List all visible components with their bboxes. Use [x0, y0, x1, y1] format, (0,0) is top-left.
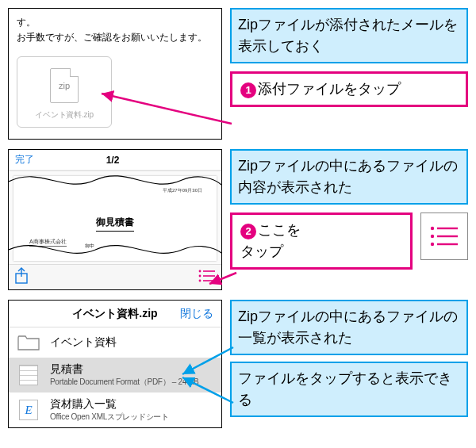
- callout-contents-displayed: Zipファイルの中にあるファイルの内容が表示された: [230, 149, 468, 205]
- done-button[interactable]: 完了: [15, 153, 34, 167]
- step-badge-2: 2: [240, 224, 256, 239]
- screenshot-preview: 完了 1/2 平成27年09月30日 御見積書 A商事株式会社 御中: [8, 149, 222, 290]
- row-sub: Office Open XMLスプレッドシート: [50, 412, 169, 423]
- svg-point-3: [199, 270, 202, 273]
- attachment-tile[interactable]: zip イベント資料.zip: [17, 56, 112, 128]
- document-icon: [19, 365, 38, 385]
- callout-tap-to-display: ファイルをタップすると表示できる: [230, 362, 468, 417]
- spreadsheet-icon: E: [19, 400, 38, 420]
- row-name: イベント資料: [50, 335, 117, 350]
- list-item[interactable]: E 資材購入一覧 Office Open XMLスプレッドシート: [9, 392, 221, 427]
- close-button[interactable]: 閉じる: [180, 307, 213, 321]
- svg-point-11: [431, 235, 434, 238]
- folder-icon: [17, 335, 40, 350]
- doc-honorific: 御中: [85, 243, 94, 250]
- row-name: 見積書: [50, 362, 198, 377]
- svg-point-13: [431, 243, 434, 246]
- list-icon-enlarged: [420, 213, 468, 260]
- callout-tap-attachment: 1添付ファイルをタップ: [230, 71, 468, 107]
- share-icon[interactable]: [13, 267, 29, 287]
- callout-tap-here: 2ここを タップ: [230, 213, 413, 270]
- callout-tap-attachment-text: 添付ファイルをタップ: [258, 81, 401, 97]
- svg-point-5: [199, 275, 202, 278]
- screenshot-file-list: イベント資料.zip 閉じる イベント資料 見積書 Portable Docum…: [8, 300, 222, 428]
- svg-point-9: [431, 227, 434, 230]
- step-badge-1: 1: [240, 82, 256, 98]
- doc-date: 平成27年09月30日: [163, 187, 202, 194]
- row-sub: Portable Document Format（PDF） – 24 KB: [50, 377, 198, 388]
- row-name: 資材購入一覧: [50, 397, 169, 412]
- document-page: 平成27年09月30日 御見積書 A商事株式会社 御中: [13, 176, 217, 261]
- callout-tap-here-l2: タップ: [240, 243, 283, 259]
- zip-file-icon: zip: [50, 68, 79, 103]
- list-item[interactable]: イベント資料: [9, 327, 221, 358]
- document-preview-area: 平成27年09月30日 御見積書 A商事株式会社 御中: [9, 170, 221, 266]
- callout-tap-here-l1: ここを: [258, 222, 301, 238]
- doc-company: A商事株式会社: [29, 238, 67, 247]
- attachment-name: イベント資料.zip: [21, 109, 108, 121]
- list-header: イベント資料.zip 閉じる: [9, 301, 221, 327]
- svg-point-7: [199, 280, 202, 282]
- list-icon[interactable]: [198, 269, 217, 285]
- email-line2: お手数ですが、ご確認をお願いいたします。: [17, 32, 207, 43]
- callout-list-displayed: Zipファイルの中にあるファイルの一覧が表示された: [230, 300, 468, 355]
- callout-display-zip-mail: Zipファイルが添付されたメールを表示しておく: [230, 8, 468, 63]
- screenshot-email: す。 お手数ですが、ご確認をお願いいたします。 zip イベント資料.zip: [8, 8, 222, 140]
- list-item[interactable]: 見積書 Portable Document Format（PDF） – 24 K…: [9, 358, 221, 392]
- file-ext: zip: [51, 81, 78, 90]
- email-body: す。 お手数ですが、ご確認をお願いいたします。: [17, 15, 213, 45]
- email-line1: す。: [17, 17, 36, 28]
- page-indicator: 1/2: [34, 155, 191, 166]
- archive-title: イベント資料.zip: [72, 307, 157, 321]
- doc-title: 御見積書: [96, 216, 134, 229]
